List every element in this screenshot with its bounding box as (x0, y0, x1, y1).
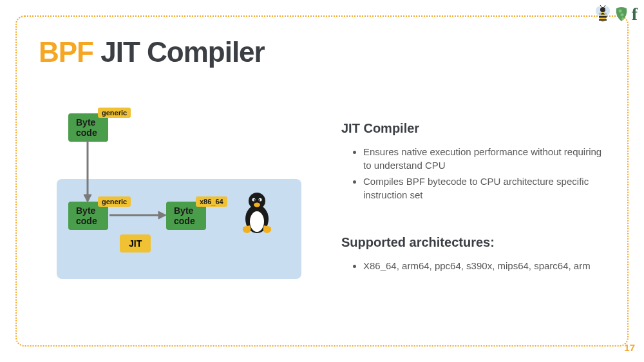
svg-line-7 (600, 5, 601, 7)
x86-tag: x86_64 (196, 196, 227, 207)
section-2: Supported architectures: X86_64, arm64, … (341, 235, 612, 272)
content-column: JIT Compiler Ensures native execution pe… (341, 121, 612, 275)
svg-point-22 (259, 199, 260, 200)
svg-line-8 (604, 5, 605, 7)
svg-marker-13 (84, 195, 91, 202)
section-2-list: X86_64, arm64, ppc64, s390x, mips64, spa… (341, 259, 612, 272)
list-item: Ensures native execution performance wit… (363, 145, 612, 172)
svg-point-11 (621, 17, 624, 20)
page-number: 17 (624, 342, 635, 353)
svg-point-9 (618, 10, 621, 13)
section-1-heading: JIT Compiler (341, 121, 612, 136)
arrow-down (82, 139, 93, 204)
bee-icon (594, 5, 611, 24)
diagram: Byte code generic Byte code generic Byte… (57, 108, 301, 285)
svg-point-6 (600, 7, 605, 12)
slide-title: BPF JIT Compiler (39, 36, 265, 68)
tux-icon (238, 191, 276, 234)
f-logo: f (632, 4, 638, 24)
header-logos: f (594, 4, 638, 24)
section-1-list: Ensures native execution performance wit… (341, 145, 612, 202)
svg-point-21 (254, 199, 255, 200)
svg-rect-2 (599, 16, 607, 18)
svg-point-10 (620, 14, 623, 17)
list-item: Compiles BPF bytecode to CPU architectur… (363, 175, 612, 202)
generic-tag-1: generic (98, 108, 131, 118)
pea-icon (614, 5, 629, 24)
arrow-right (109, 210, 167, 220)
svg-point-17 (250, 211, 264, 232)
svg-marker-15 (158, 211, 166, 219)
jit-box: JIT (120, 234, 151, 252)
title-rest: JIT Compiler (93, 36, 265, 68)
title-highlight: BPF (39, 36, 93, 68)
section-1: JIT Compiler Ensures native execution pe… (341, 121, 612, 202)
section-2-heading: Supported architectures: (341, 235, 612, 250)
svg-point-23 (254, 203, 260, 207)
list-item: X86_64, arm64, ppc64, s390x, mips64, spa… (363, 259, 612, 272)
svg-rect-3 (599, 19, 607, 21)
generic-tag-2: generic (98, 196, 131, 207)
